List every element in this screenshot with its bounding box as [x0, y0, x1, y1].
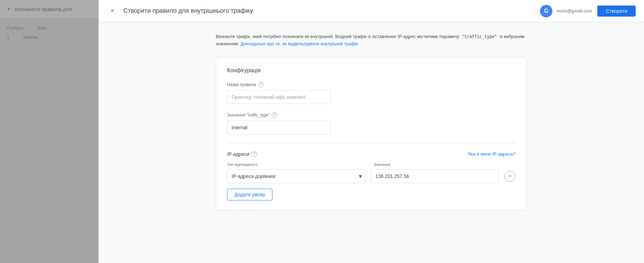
- add-condition-button[interactable]: Додати умову: [227, 189, 272, 200]
- traffic-type-label-text: Значення "traffic_type": [227, 113, 270, 118]
- match-type-select[interactable]: IP-адреса дорівнює: [227, 169, 365, 183]
- ip-section-title: IP-адреси ?: [227, 151, 257, 157]
- ip-section-help-icon[interactable]: ?: [251, 151, 257, 157]
- description-text: Визначте трафік, який потрібно позначати…: [216, 33, 527, 48]
- dialog-header: × Створити правило для внутрішнього траф…: [99, 0, 644, 22]
- dialog-account: логін@gmail.com: [557, 8, 592, 13]
- dialog-body: Визначте трафік, який потрібно позначати…: [99, 22, 644, 263]
- dialog-logo: G: [540, 5, 552, 17]
- config-title: Конфігурація: [227, 67, 515, 74]
- ip-link[interactable]: Яка в мене IP-адреса?: [468, 151, 515, 157]
- description-part1: Визначте трафік, який потрібно позначати…: [216, 34, 460, 39]
- config-card: Конфігурація Назва правила ? Значення "t…: [216, 57, 527, 210]
- rule-name-input[interactable]: [227, 90, 331, 104]
- ip-value-input[interactable]: [371, 169, 499, 183]
- section-divider: [227, 143, 515, 143]
- ip-row-labels: Тип відповідності Значення: [227, 162, 515, 167]
- dialog-title: Створити правило для внутрішнього трафік…: [123, 7, 540, 15]
- rule-name-label: Назва правила ?: [227, 82, 515, 87]
- remove-button[interactable]: −: [504, 171, 515, 182]
- ip-row: IP-адреса дорівнює ▾ −: [227, 169, 515, 183]
- ip-section-title-text: IP-адреси: [227, 151, 249, 157]
- traffic-type-help-icon[interactable]: ?: [272, 112, 277, 118]
- value-col-label: Значення: [374, 162, 515, 167]
- description-link[interactable]: Докладніше про те, як відфільтрувати вну…: [241, 41, 358, 46]
- traffic-type-input[interactable]: [227, 121, 331, 134]
- rule-name-label-text: Назва правила: [227, 82, 256, 87]
- match-type-select-wrapper: IP-адреса дорівнює ▾: [227, 169, 365, 183]
- dialog-close-button[interactable]: ×: [107, 6, 118, 17]
- create-button[interactable]: Створити: [597, 6, 636, 17]
- description-code: "traffic_type": [460, 34, 498, 39]
- traffic-type-label: Значення "traffic_type" ?: [227, 112, 515, 118]
- ip-section-header: IP-адреси ? Яка в мене IP-адреса?: [227, 151, 515, 157]
- match-type-col-label: Тип відповідності: [227, 162, 365, 167]
- traffic-type-group: Значення "traffic_type" ?: [227, 112, 515, 134]
- rule-name-help-icon[interactable]: ?: [258, 82, 264, 87]
- rule-name-group: Назва правила ?: [227, 82, 515, 104]
- dialog: × Створити правило для внутрішнього траф…: [99, 0, 644, 263]
